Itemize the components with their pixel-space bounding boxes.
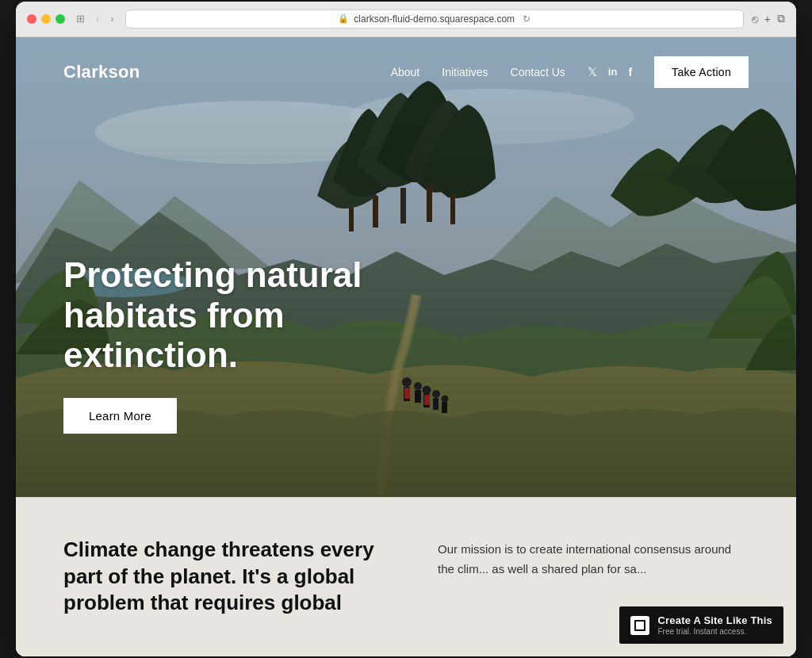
forward-button[interactable]: › xyxy=(107,11,117,26)
new-tab-icon[interactable]: + xyxy=(764,13,771,25)
nav-contact[interactable]: Contact Us xyxy=(511,66,565,78)
twitter-icon[interactable]: 𝕏 xyxy=(588,65,597,79)
site-nav: About Initiatives Contact Us 𝕏 in f Take… xyxy=(391,56,749,88)
url-text: clarkson-fluid-demo.squarespace.com xyxy=(354,13,515,25)
linkedin-icon[interactable]: in xyxy=(608,66,618,78)
browser-actions: ⎋ + ⧉ xyxy=(752,12,785,25)
maximize-button[interactable] xyxy=(56,14,65,24)
hero-title: Protecting natural habitats from extinct… xyxy=(63,255,444,376)
squarespace-logo xyxy=(630,616,649,635)
squarespace-badge[interactable]: Create A Site Like This Free trial. Inst… xyxy=(619,606,783,644)
facebook-icon[interactable]: f xyxy=(628,66,632,78)
learn-more-button[interactable]: Learn More xyxy=(63,398,177,434)
squarespace-logo-mark xyxy=(634,620,645,631)
hero-section: Clarkson About Initiatives Contact Us 𝕏 … xyxy=(16,37,796,497)
take-action-button[interactable]: Take Action xyxy=(654,56,749,88)
below-fold-left: Climate change threatens every part of t… xyxy=(63,537,374,617)
nav-initiatives[interactable]: Initiatives xyxy=(442,66,488,78)
badge-subtitle: Free trial. Instant access. xyxy=(657,627,772,636)
below-fold-right: Our mission is to create international c… xyxy=(438,537,749,617)
badge-text: Create A Site Like This Free trial. Inst… xyxy=(657,614,772,636)
minimize-button[interactable] xyxy=(41,14,51,24)
hero-content: Protecting natural habitats from extinct… xyxy=(63,255,444,434)
traffic-lights xyxy=(27,14,65,24)
site-content: Clarkson About Initiatives Contact Us 𝕏 … xyxy=(16,37,796,656)
social-links: 𝕏 in f xyxy=(588,65,632,79)
tabs-icon[interactable]: ⧉ xyxy=(777,12,785,25)
lock-icon: 🔒 xyxy=(338,13,349,24)
site-logo[interactable]: Clarkson xyxy=(63,62,140,82)
address-bar[interactable]: 🔒 clarkson-fluid-demo.squarespace.com ↻ xyxy=(125,10,744,29)
site-header: Clarkson About Initiatives Contact Us 𝕏 … xyxy=(16,37,796,107)
close-button[interactable] xyxy=(27,14,36,24)
sidebar-toggle-icon[interactable]: ⊞ xyxy=(73,11,88,26)
reload-icon[interactable]: ↻ xyxy=(523,13,530,25)
badge-title: Create A Site Like This xyxy=(657,614,772,626)
browser-navigation: ⊞ ‹ › xyxy=(73,11,117,26)
share-icon[interactable]: ⎋ xyxy=(752,13,758,25)
below-fold-right-text: Our mission is to create international c… xyxy=(438,540,749,580)
nav-about[interactable]: About xyxy=(391,66,420,78)
browser-chrome: ⊞ ‹ › 🔒 clarkson-fluid-demo.squarespace.… xyxy=(16,2,796,37)
back-button[interactable]: ‹ xyxy=(93,11,102,26)
below-fold-left-text: Climate change threatens every part of t… xyxy=(63,537,374,617)
